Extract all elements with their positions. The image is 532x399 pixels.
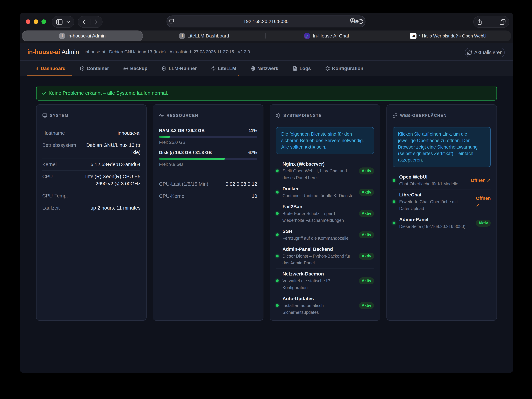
svg-text:文: 文 (354, 20, 357, 23)
svg-text:A: A (351, 18, 353, 21)
